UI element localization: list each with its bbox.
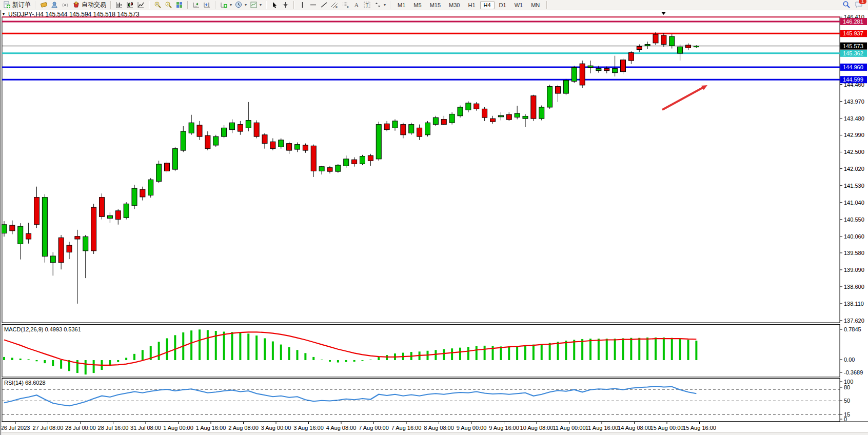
candle xyxy=(433,117,438,124)
collapse-triangle-icon[interactable]: ▼ xyxy=(2,12,6,16)
chart-shift-marker[interactable] xyxy=(661,12,666,15)
candle xyxy=(417,128,422,136)
time-axis: 26 Jul 202327 Jul 08:0028 Jul 00:0028 Ju… xyxy=(0,422,868,431)
candle xyxy=(669,36,675,46)
candle xyxy=(392,121,398,128)
time-label: 4 Aug 08:00 xyxy=(326,425,357,431)
candle xyxy=(409,125,414,133)
candle xyxy=(686,45,691,48)
candle xyxy=(588,66,593,67)
chart-window-header: ▼ USDJPY-,H4 145.544 145.594 145.518 145… xyxy=(2,11,140,17)
candle xyxy=(531,96,536,118)
mt4-terminal-window: 新订单自动交易▾▾▾EFAT▾M1M5M15M30H1H4D1W1MN1 ▼ U… xyxy=(0,0,868,435)
candle xyxy=(621,60,626,72)
time-label: 27 Jul 08:00 xyxy=(33,425,64,431)
time-label: 3 Aug 00:00 xyxy=(261,425,291,431)
chart-canvas[interactable]: 146.410144.460143.970143.480142.990142.5… xyxy=(0,0,868,435)
candle xyxy=(352,160,357,164)
svg-text:141.530: 141.530 xyxy=(844,183,864,189)
svg-text:137.620: 137.620 xyxy=(844,318,864,324)
candle xyxy=(596,69,601,71)
main-chart-panel[interactable] xyxy=(2,17,840,323)
candle xyxy=(197,125,202,136)
svg-text:142.990: 142.990 xyxy=(844,132,864,138)
candle xyxy=(222,128,227,136)
svg-text:139.580: 139.580 xyxy=(844,250,864,256)
svg-text:145.937: 145.937 xyxy=(843,30,863,36)
candle xyxy=(539,107,544,118)
candle xyxy=(10,225,15,231)
candle xyxy=(523,116,528,118)
chart-title: USDJPY-,H4 145.544 145.594 145.518 145.5… xyxy=(8,11,140,18)
svg-text:142.500: 142.500 xyxy=(844,149,864,155)
candle xyxy=(83,236,88,251)
time-label: 3 Aug 16:00 xyxy=(293,425,324,431)
candle xyxy=(107,215,112,218)
status-strip xyxy=(0,432,868,435)
candle xyxy=(189,123,194,133)
window-left-border xyxy=(0,10,2,435)
rsi-panel[interactable] xyxy=(2,379,840,422)
candle xyxy=(368,155,373,161)
candle xyxy=(91,207,96,251)
candle xyxy=(311,146,316,171)
candle xyxy=(303,145,308,150)
svg-text:0.7845: 0.7845 xyxy=(844,326,861,332)
candle xyxy=(360,156,365,164)
candle xyxy=(172,149,177,169)
svg-text:50: 50 xyxy=(844,398,850,404)
time-label: 28 Jul 16:00 xyxy=(98,425,129,431)
candle xyxy=(319,167,324,171)
svg-text:139.090: 139.090 xyxy=(844,267,864,273)
time-label: 1 Aug 00:00 xyxy=(163,425,193,431)
candle xyxy=(425,123,430,135)
candle xyxy=(645,44,650,46)
candle xyxy=(653,34,658,43)
svg-text:138.110: 138.110 xyxy=(844,301,864,307)
candle xyxy=(474,104,479,109)
svg-text:146.281: 146.281 xyxy=(843,18,863,25)
candle xyxy=(140,189,145,197)
time-label: 15 Aug 16:00 xyxy=(683,425,716,431)
svg-text:-0.3689: -0.3689 xyxy=(844,369,863,375)
candle xyxy=(213,136,219,145)
candle xyxy=(515,113,520,117)
candle xyxy=(26,233,31,239)
time-label: 11 Aug 00:00 xyxy=(553,425,585,431)
time-label: 8 Aug 08:00 xyxy=(424,425,454,431)
candle xyxy=(246,121,251,128)
candle xyxy=(661,35,666,44)
candle xyxy=(441,120,446,125)
macd-panel[interactable] xyxy=(2,325,840,378)
time-label: 11 Aug 16:00 xyxy=(585,425,618,431)
candle xyxy=(205,135,210,149)
candle xyxy=(327,168,332,171)
candle xyxy=(458,107,463,116)
svg-text:140.060: 140.060 xyxy=(844,233,864,240)
candle xyxy=(449,114,455,123)
candle xyxy=(18,226,23,244)
macd-axis: 0.78450.00-0.3689 xyxy=(840,326,863,375)
candle xyxy=(678,47,683,53)
svg-text:141.040: 141.040 xyxy=(844,200,864,206)
candle xyxy=(563,80,568,93)
candle xyxy=(506,114,511,120)
svg-text:138.600: 138.600 xyxy=(844,284,864,290)
time-label: 9 Aug 00:00 xyxy=(457,425,487,431)
time-label: 9 Aug 16:00 xyxy=(489,425,519,431)
candle xyxy=(490,118,496,122)
candle xyxy=(401,125,406,135)
candle xyxy=(604,69,609,71)
candle xyxy=(287,144,292,150)
time-label: 2 Aug 08:00 xyxy=(228,425,259,431)
candle xyxy=(482,109,487,117)
svg-text:143.970: 143.970 xyxy=(844,98,864,105)
candle xyxy=(571,68,577,82)
candle xyxy=(547,87,553,107)
time-label: 31 Jul 08:00 xyxy=(130,425,161,431)
time-label: 14 Aug 08:00 xyxy=(618,425,651,431)
candle xyxy=(279,140,284,147)
svg-text:0: 0 xyxy=(844,416,847,422)
candle xyxy=(156,164,162,182)
candle xyxy=(376,125,381,159)
